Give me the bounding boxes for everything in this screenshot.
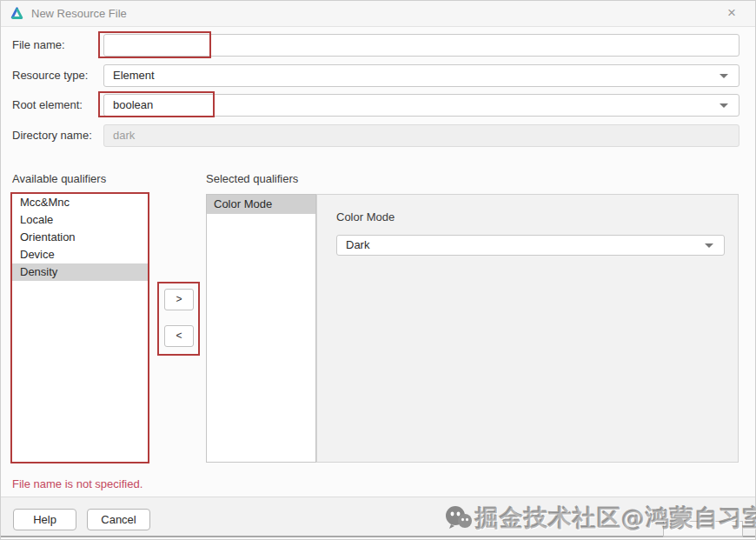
directory-name-label: Directory name: xyxy=(12,124,92,147)
directory-name-value: dark xyxy=(113,129,135,142)
list-item-density[interactable]: Density xyxy=(12,263,148,281)
color-mode-value: Dark xyxy=(346,238,369,251)
list-item-color-mode[interactable]: Color Mode xyxy=(207,195,315,214)
resource-type-label: Resource type: xyxy=(12,64,88,87)
list-item-mcc-mnc[interactable]: Mcc&Mnc xyxy=(12,194,148,211)
help-button[interactable]: Help xyxy=(13,509,76,530)
color-mode-label: Color Mode xyxy=(336,210,395,223)
dialog-title: New Resource File xyxy=(31,7,127,20)
selected-qualifiers-list: Color Mode xyxy=(206,194,316,463)
color-mode-dropdown[interactable]: Dark xyxy=(336,235,725,256)
selected-qualifiers-heading: Selected qualifiers xyxy=(206,172,298,185)
resource-type-value: Element xyxy=(113,69,155,82)
root-element-label: Root element: xyxy=(12,94,83,117)
move-left-button[interactable]: < xyxy=(164,325,194,347)
directory-name-input: dark xyxy=(103,124,739,147)
new-resource-file-dialog: New Resource File × File name: Resource … xyxy=(0,0,756,540)
footer-bar: Help Cancel xyxy=(1,497,755,537)
root-element-dropdown[interactable]: boolean xyxy=(103,94,739,117)
file-name-input[interactable] xyxy=(103,34,739,57)
list-item-orientation[interactable]: Orientation xyxy=(12,229,148,246)
chevron-down-icon xyxy=(705,243,713,248)
app-logo-icon xyxy=(10,6,24,21)
available-qualifiers-heading: Available qualifiers xyxy=(12,172,106,185)
resource-type-dropdown[interactable]: Element xyxy=(103,64,739,87)
available-qualifiers-list: Mcc&Mnc Locale Orientation Device Densit… xyxy=(12,194,148,462)
qualifier-detail-panel: Color Mode Dark xyxy=(316,194,739,463)
cancel-button[interactable]: Cancel xyxy=(87,509,150,530)
titlebar: New Resource File × xyxy=(1,1,755,27)
root-element-value: boolean xyxy=(113,98,153,111)
move-right-button[interactable]: > xyxy=(164,289,194,310)
error-message: File name is not specified. xyxy=(12,477,143,490)
list-item-device[interactable]: Device xyxy=(12,246,148,263)
list-item-locale[interactable]: Locale xyxy=(12,211,148,229)
chevron-down-icon xyxy=(720,103,728,108)
close-icon[interactable]: × xyxy=(724,5,739,21)
chevron-down-icon xyxy=(720,74,728,78)
file-name-label: File name: xyxy=(12,34,65,57)
